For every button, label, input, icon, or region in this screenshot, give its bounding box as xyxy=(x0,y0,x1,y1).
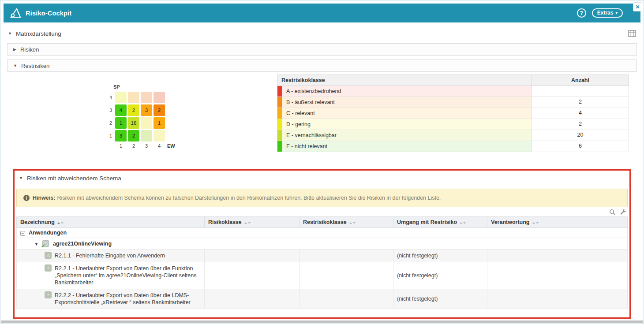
matrix-y-axis-label: SP xyxy=(113,84,175,89)
matrix-cell[interactable]: 3 xyxy=(115,130,127,142)
collapse-open-icon: ▼ xyxy=(19,176,23,180)
search-icon[interactable] xyxy=(609,209,616,216)
class-label: B - äußerst relevant xyxy=(282,97,335,108)
matrix-cell[interactable]: 1 xyxy=(115,117,127,129)
matrix-cell[interactable] xyxy=(154,92,165,103)
matrix-cell[interactable]: 3 xyxy=(141,104,152,116)
matrix-cell[interactable] xyxy=(141,130,152,142)
risk-matrix: SP 4 3 4 2 3 2 2 1 16 xyxy=(105,84,175,149)
matrix-cell[interactable]: 2 xyxy=(128,104,139,116)
risk-row[interactable]: ⚠R2.1.1 - Fehlerhafte Eingabe von Anwend… xyxy=(17,250,628,262)
matrix-col-label: 1 xyxy=(115,143,127,149)
info-icon: i xyxy=(23,195,30,201)
extras-button[interactable]: Extras ▾ xyxy=(592,8,623,18)
matrix-cell[interactable]: 2 xyxy=(128,130,139,142)
verantwortung-cell xyxy=(487,250,628,262)
section-label: Matrixdarstellung xyxy=(16,30,61,37)
group-label: Anwendungen xyxy=(29,230,67,236)
expand-triangle-icon[interactable]: ▼ xyxy=(34,242,38,246)
risk-title: R2.1.1 - Fehlerhafte Eingabe von Anwende… xyxy=(55,253,165,259)
matrix-cell[interactable] xyxy=(115,92,127,103)
col-header-restrisikoklasse[interactable]: Restrisikoklasse xyxy=(300,217,393,228)
collapse-minus-icon[interactable]: − xyxy=(20,231,25,236)
class-color-stripe xyxy=(277,119,282,130)
section-header-risiken[interactable]: ▶ Risiken xyxy=(7,43,637,56)
matrix-cell[interactable]: 1 xyxy=(154,117,165,129)
matrix-row-label: 3 xyxy=(105,108,112,113)
class-count: 2 xyxy=(532,119,629,130)
col-header-verantwortung[interactable]: Verantwortung xyxy=(487,217,628,228)
risikoklasse-cell xyxy=(205,250,300,262)
matrix-cell[interactable]: 2 xyxy=(154,104,165,116)
class-count: 2 xyxy=(532,97,629,108)
table-header-row: Restrisikoklasse Anzahl xyxy=(277,74,629,86)
section-header-matrixdarstellung[interactable]: ▼ Matrixdarstellung xyxy=(4,27,640,40)
risikoklasse-cell xyxy=(205,262,300,289)
sort-icons xyxy=(244,222,251,224)
col-header-risikoklasse[interactable]: Risikoklasse xyxy=(205,217,300,228)
abweichende-risiken-table: Bezeichnung Risikoklasse Restrisikoklass… xyxy=(16,216,628,309)
hint-box: i Hinweis:Risiken mit abweichendem Schem… xyxy=(16,189,628,207)
subgroup-row-agree21: ▼✓agree21OnlineViewing xyxy=(17,238,628,250)
matrix-grid-icon[interactable] xyxy=(628,30,636,37)
restrisikoklasse-table: Restrisikoklasse Anzahl A - existenzbedr… xyxy=(277,74,629,152)
wrench-icon[interactable] xyxy=(620,209,626,216)
section-label: Risiken mit abweichendem Schema xyxy=(27,175,121,182)
matrix-cell[interactable] xyxy=(141,117,152,129)
app-logo-icon xyxy=(10,8,21,19)
class-label: C - relevant xyxy=(282,108,315,119)
umgang-cell: (nicht festgelegt) xyxy=(393,250,487,262)
class-label: E - vernachlässigbar xyxy=(282,130,337,141)
table-row: C - relevant 4 xyxy=(277,108,629,119)
risk-icon: ⚠ xyxy=(45,264,52,272)
table-row: D - gering 2 xyxy=(277,119,629,130)
section-header-restrisiken[interactable]: ▼ Restrisiken xyxy=(7,60,637,72)
extras-label: Extras xyxy=(597,10,614,16)
col-header-umgang[interactable]: Umgang mit Restrisiko xyxy=(393,217,487,228)
subgroup-label: agree21OnlineViewing xyxy=(53,241,112,247)
class-color-stripe xyxy=(277,97,282,108)
risk-title: R2.2.1 - Unerlaubter Export von Daten üb… xyxy=(55,265,196,286)
matrix-row-label: 4 xyxy=(105,95,112,100)
table-toolbar xyxy=(15,207,629,216)
class-label: F - nicht relevant xyxy=(282,141,327,152)
verantwortung-cell xyxy=(487,262,628,289)
class-count xyxy=(532,86,629,97)
class-label: D - gering xyxy=(282,119,311,130)
hint-text: Risiken mit abweichendem Schema können z… xyxy=(57,195,441,201)
matrix-col-label: 2 xyxy=(128,143,139,149)
table-row: B - äußerst relevant 2 xyxy=(277,97,629,108)
col-header-restrisikoklasse: Restrisikoklasse xyxy=(277,75,532,86)
table-row: E - vernachlässigbar 20 xyxy=(277,130,629,141)
sort-icons xyxy=(349,222,356,224)
matrix-row-label: 2 xyxy=(105,120,112,126)
risk-icon: ⚠ xyxy=(45,252,52,259)
table-row: A - existenzbedrohend xyxy=(277,86,629,97)
page-title: Risiko-Cockpit xyxy=(26,10,71,17)
matrix-cell[interactable]: 4 xyxy=(115,104,127,116)
matrix-cell[interactable] xyxy=(154,130,165,142)
risk-title: R2.2.2 - Unerlaubter Export von Daten üb… xyxy=(55,292,191,305)
sort-icons xyxy=(57,222,64,224)
col-header-bezeichnung[interactable]: Bezeichnung xyxy=(17,217,205,228)
restrisikoklasse-cell xyxy=(300,250,393,262)
umgang-cell: (nicht festgelegt) xyxy=(393,289,487,309)
group-row-anwendungen: −Anwendungen xyxy=(17,228,628,238)
matrix-cell[interactable]: 16 xyxy=(128,117,139,129)
risk-row[interactable]: ⚠R2.2.1 - Unerlaubter Export von Daten ü… xyxy=(17,262,628,289)
matrix-cell[interactable] xyxy=(141,92,152,103)
sort-icons xyxy=(532,222,539,224)
risk-row[interactable]: ⚠R2.2.2 - Unerlaubter Export von Daten ü… xyxy=(17,289,628,309)
section-header-abweichendes-schema[interactable]: ▼ Risiken mit abweichendem Schema xyxy=(15,172,629,184)
class-count: 6 xyxy=(532,141,629,152)
matrix-col-label: 3 xyxy=(141,143,152,149)
class-color-stripe xyxy=(277,108,282,119)
matrix-cell[interactable] xyxy=(128,92,139,103)
help-button[interactable]: ? xyxy=(577,8,586,18)
application-icon: ✓ xyxy=(42,240,49,247)
class-label: A - existenzbedrohend xyxy=(282,86,341,97)
collapse-closed-icon: ▶ xyxy=(13,47,16,52)
class-color-stripe xyxy=(277,141,282,152)
collapse-open-icon: ▼ xyxy=(8,31,12,36)
close-button[interactable]: ✕ xyxy=(633,2,642,11)
